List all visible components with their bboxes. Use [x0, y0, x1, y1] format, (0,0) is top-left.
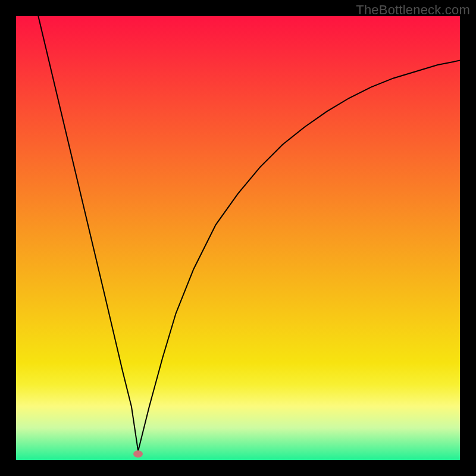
plot-svg	[16, 16, 460, 460]
chart-frame	[16, 16, 460, 460]
gradient-background	[16, 16, 460, 460]
optimal-point-marker	[133, 450, 143, 458]
attribution-text: TheBottleneck.com	[356, 2, 470, 18]
